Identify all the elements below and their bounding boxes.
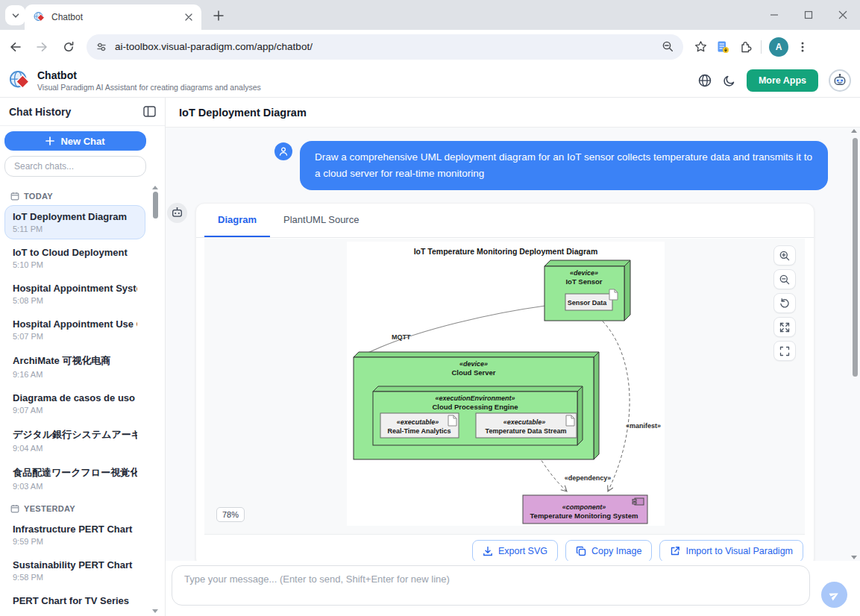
chat-item-time: 5:10 PM — [13, 260, 137, 269]
zoom-page-icon[interactable] — [662, 40, 674, 53]
sidebar-header: Chat History — [0, 98, 165, 126]
scrollbar-thumb[interactable] — [153, 192, 158, 219]
search-chats-input[interactable] — [4, 156, 146, 177]
address-bar[interactable]: ai-toolbox.visual-paradigm.com/app/chatb… — [87, 34, 683, 60]
extensions-icon[interactable] — [734, 36, 756, 58]
fit-expand-button[interactable] — [773, 317, 796, 337]
chat-item-title: Infrastructure PERT Chart — [13, 524, 137, 535]
window-minimize-button[interactable] — [757, 0, 791, 30]
chevron-down-icon — [11, 11, 20, 20]
sidebar-scrollbar[interactable] — [152, 186, 159, 613]
chat-item[interactable]: Hospital Appointment System 5:08 PM — [4, 277, 145, 311]
chat-item-time: 9:07 AM — [13, 406, 137, 415]
stereotype-label: «executable» — [503, 418, 546, 426]
stereotype-label: «executable» — [397, 418, 439, 426]
user-message-bubble: Draw a comprehensive UML deployment diag… — [300, 141, 828, 190]
chat-item-title: IoT to Cloud Deployment — [13, 247, 137, 258]
collapse-panel-icon[interactable] — [143, 106, 156, 117]
chat-item[interactable]: Infrastructure PERT Chart 9:59 PM — [4, 518, 145, 552]
component-monitoring-system: «component» Temperature Monitoring Syste… — [523, 495, 647, 524]
section-label: YESTERDAY — [24, 504, 75, 513]
diagram-tabs: Diagram PlantUML Source — [196, 204, 814, 238]
chat-list: TODAY IoT Deployment Diagram 5:11 PM IoT… — [0, 184, 148, 616]
chat-item[interactable]: PERT Chart for TV Series — [4, 589, 145, 615]
chat-item[interactable]: Diagrama de casos de uso bi... 9:07 AM — [4, 386, 145, 421]
copy-image-button[interactable]: Copy Image — [565, 540, 652, 561]
send-button[interactable] — [821, 582, 847, 608]
export-svg-button[interactable]: Export SVG — [472, 540, 558, 561]
fullscreen-button[interactable] — [773, 341, 796, 361]
assistant-avatar[interactable] — [829, 69, 851, 92]
browser-menu-icon[interactable] — [791, 36, 814, 58]
reading-mode-icon[interactable] — [712, 36, 734, 58]
artifact-name: Temperature Data Stream — [486, 427, 567, 435]
chat-history-sidebar: Chat History New Chat TODAY IoT Deployme… — [0, 98, 166, 616]
tab-search-button[interactable] — [5, 5, 25, 25]
zoom-in-button[interactable] — [773, 245, 796, 265]
reload-button[interactable] — [57, 35, 81, 59]
diagram-title: IoT Temperature Monitoring Deployment Di… — [414, 247, 598, 256]
node-processing-engine: «executionEnvironment» Cloud Processing … — [373, 386, 583, 445]
scroll-down-arrow[interactable] — [152, 609, 158, 613]
app-logo — [9, 69, 31, 92]
scroll-up-arrow[interactable] — [851, 129, 857, 133]
artifact-name: Sensor Data — [568, 299, 608, 307]
scroll-down-arrow[interactable] — [851, 556, 857, 559]
forward-arrow-icon — [36, 41, 48, 53]
chat-item[interactable]: Sustainability PERT Chart 9:58 PM — [4, 553, 145, 588]
stereotype-label: «component» — [562, 503, 606, 511]
chat-item[interactable]: Hospital Appointment Use C... 5:07 PM — [4, 312, 145, 347]
message-input[interactable] — [172, 565, 810, 606]
scroll-up-arrow[interactable] — [152, 186, 158, 189]
page-scrollbar[interactable] — [851, 129, 859, 559]
app-title: Chatbot — [37, 69, 261, 81]
more-apps-button[interactable]: More Apps — [747, 69, 818, 92]
tab-title: Chatbot — [51, 12, 182, 22]
new-tab-button[interactable] — [210, 7, 227, 25]
diagram-image: IoT Temperature Monitoring Deployment Di… — [347, 242, 665, 526]
chat-area: Draw a comprehensive UML deployment diag… — [166, 128, 860, 561]
stereotype-label: «executionEnvironment» — [435, 395, 515, 402]
chat-item-time: 9:16 AM — [13, 370, 137, 379]
conversation-title-bar: IoT Deployment Diagram — [166, 98, 860, 128]
diagram-canvas[interactable]: IoT Temperature Monitoring Deployment Di… — [204, 239, 805, 535]
forward-button[interactable] — [30, 35, 54, 59]
back-button[interactable] — [3, 35, 27, 59]
dark-mode-moon-icon[interactable] — [723, 74, 736, 87]
button-label: Import to Visual Paradigm — [685, 546, 793, 556]
download-icon — [483, 546, 493, 556]
chat-item-title: 食品配達ワークフロー視覚化 — [13, 466, 137, 480]
zoom-out-button[interactable] — [773, 269, 796, 289]
button-label: Copy Image — [591, 546, 641, 556]
scrollbar-thumb[interactable] — [853, 138, 858, 377]
language-globe-icon[interactable] — [697, 73, 712, 88]
chat-item[interactable]: IoT to Cloud Deployment 5:10 PM — [4, 241, 145, 275]
diagram-action-buttons: Export SVG Copy Image Import to Visual P… — [472, 540, 803, 561]
import-to-visual-paradigm-button[interactable]: Import to Visual Paradigm — [659, 540, 803, 561]
reset-view-button[interactable] — [773, 293, 796, 313]
window-maximize-button[interactable] — [791, 0, 826, 30]
site-favicon — [34, 11, 45, 23]
chat-item[interactable]: ArchiMate 可视化电商 9:16 AM — [4, 348, 145, 385]
app-header-actions: More Apps — [697, 69, 851, 92]
bookmark-star-icon[interactable] — [689, 36, 712, 58]
chat-item[interactable]: IoT Deployment Diagram 5:11 PM — [4, 205, 145, 239]
artifact-temp-data-stream: «executable» Temperature Data Stream — [476, 413, 577, 438]
page-title: IoT Deployment Diagram — [179, 107, 307, 119]
node-name: Temperature Monitoring System — [530, 512, 638, 520]
send-plane-icon — [829, 589, 841, 601]
tab-close-icon[interactable] — [182, 10, 195, 24]
chat-item[interactable]: デジタル銀行システムアーキ... 9:04 AM — [4, 422, 145, 459]
chat-item-time: 9:03 AM — [13, 482, 137, 491]
chat-item[interactable]: 食品配達ワークフロー視覚化 9:03 AM — [4, 460, 145, 497]
new-chat-button[interactable]: New Chat — [4, 131, 146, 151]
tab-plantuml-source[interactable]: PlantUML Source — [270, 204, 372, 237]
chat-item-time: 5:07 PM — [13, 332, 137, 341]
window-close-button[interactable] — [826, 0, 860, 30]
browser-tab[interactable]: Chatbot — [25, 4, 201, 30]
node-name: Cloud Server — [451, 368, 495, 377]
bot-avatar — [167, 203, 187, 223]
chat-item-title: Diagrama de casos de uso bi... — [13, 392, 137, 403]
browser-profile-avatar[interactable]: A — [769, 37, 788, 57]
tab-diagram[interactable]: Diagram — [204, 204, 270, 237]
